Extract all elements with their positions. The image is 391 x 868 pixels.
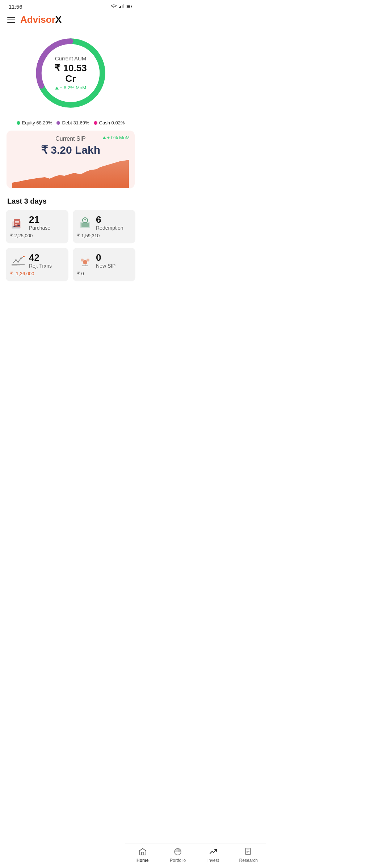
sip-card: + 0% MoM Current SIP ₹ 3.20 Lakh (7, 131, 135, 188)
newsip-count: 0 (96, 253, 115, 262)
rejected-name: Rej. Trxns (29, 263, 52, 269)
stats-grid: 21 Purchase ₹ 2,25,000 6 Redemption (0, 210, 141, 287)
legend-debt: Debt 31.69% (56, 120, 89, 125)
svg-point-22 (17, 261, 19, 263)
cash-dot (94, 121, 97, 125)
aum-label: Current AUM (51, 55, 91, 61)
battery-icon (126, 4, 133, 9)
newsip-name: New SIP (96, 263, 115, 269)
trend-up-icon (55, 86, 59, 89)
sip-trend-icon (102, 136, 106, 139)
sip-mom: + 0% MoM (102, 135, 130, 140)
newsip-info: 0 New SIP (96, 253, 115, 269)
svg-rect-16 (12, 226, 20, 229)
menu-button[interactable] (7, 17, 15, 23)
sip-chart-svg (12, 159, 129, 188)
status-time: 11:56 (9, 4, 22, 10)
svg-rect-6 (131, 6, 132, 7)
debt-label: Debt 31.69% (62, 120, 89, 125)
purchase-name: Purchase (29, 225, 50, 231)
aum-mom: + 6.2% MoM (51, 85, 91, 91)
purchase-icon (10, 215, 26, 231)
svg-rect-0 (119, 7, 120, 8)
aum-legend: Equity 68.29% Debt 31.69% Cash 0.02% (0, 118, 141, 131)
redemption-card-top: 6 Redemption (77, 215, 131, 231)
rejected-info: 42 Rej. Trxns (29, 253, 52, 269)
rejected-card-top: 42 Rej. Trxns (10, 253, 64, 269)
logo-text-advisor: Advisor (20, 14, 55, 25)
svg-rect-18 (81, 223, 89, 227)
aum-donut-chart: Current AUM ₹ 10.53 Cr + 6.2% MoM (31, 33, 110, 113)
aum-section: Current AUM ₹ 10.53 Cr + 6.2% MoM (0, 30, 141, 118)
redemption-card[interactable]: 6 Redemption ₹ 1,59,310 (73, 210, 135, 243)
rejected-icon (10, 253, 26, 269)
svg-point-28 (83, 260, 87, 264)
svg-marker-10 (12, 160, 129, 188)
header: AdvisorX (0, 11, 141, 30)
legend-equity: Equity 68.29% (17, 120, 52, 125)
svg-point-24 (23, 256, 25, 257)
purchase-count: 21 (29, 215, 50, 224)
purchase-card-top: 21 Purchase (10, 215, 64, 231)
svg-point-30 (87, 259, 89, 261)
redemption-info: 6 Redemption (96, 215, 123, 231)
purchase-amount: ₹ 2,25,000 (10, 233, 64, 238)
svg-rect-5 (127, 5, 130, 8)
equity-dot (17, 121, 20, 125)
cash-label: Cash 0.02% (99, 120, 125, 125)
aum-value: ₹ 10.53 Cr (51, 63, 91, 84)
svg-rect-2 (122, 5, 123, 8)
svg-point-21 (15, 259, 17, 261)
redemption-icon (77, 215, 93, 231)
section-title: Last 3 days (0, 195, 141, 210)
logo-text-x: X (55, 14, 62, 25)
status-bar: 11:56 (0, 0, 141, 11)
newsip-amount: ₹ 0 (77, 271, 131, 276)
redemption-count: 6 (96, 215, 123, 224)
debt-dot (56, 121, 60, 125)
rejected-count: 42 (29, 253, 52, 262)
newsip-card[interactable]: 0 New SIP ₹ 0 (73, 248, 135, 281)
purchase-card[interactable]: 21 Purchase ₹ 2,25,000 (6, 210, 68, 243)
signal-icon (119, 4, 124, 9)
newsip-card-top: 0 New SIP (77, 253, 131, 269)
wifi-icon (111, 4, 117, 9)
redemption-amount: ₹ 1,59,310 (77, 233, 131, 238)
sip-value: ₹ 3.20 Lakh (12, 144, 129, 156)
purchase-info: 21 Purchase (29, 215, 50, 231)
redemption-name: Redemption (96, 225, 123, 231)
rejected-card[interactable]: 42 Rej. Trxns ₹ -1,26,000 (6, 248, 68, 281)
newsip-icon (77, 253, 93, 269)
svg-point-29 (81, 259, 84, 261)
equity-label: Equity 68.29% (22, 120, 52, 125)
legend-cash: Cash 0.02% (94, 120, 125, 125)
svg-point-23 (20, 258, 22, 259)
svg-rect-1 (120, 6, 121, 8)
svg-rect-3 (123, 4, 124, 8)
app-logo: AdvisorX (20, 14, 62, 25)
status-icons (111, 4, 133, 9)
rejected-amount: ₹ -1,26,000 (10, 271, 64, 276)
aum-center-text: Current AUM ₹ 10.53 Cr + 6.2% MoM (51, 55, 91, 90)
